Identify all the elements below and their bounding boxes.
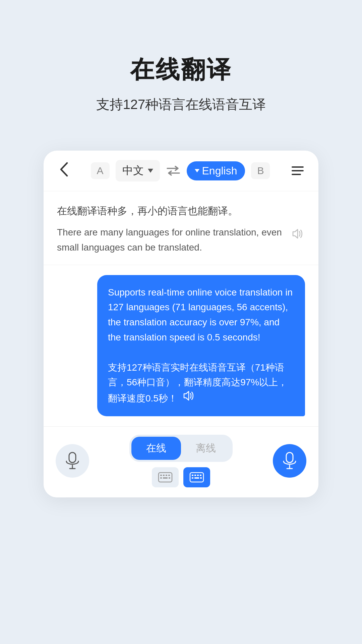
keyboard-gray-button[interactable]	[152, 467, 179, 487]
mode-toggle: 在线 离线	[129, 435, 233, 462]
svg-rect-7	[168, 475, 170, 476]
svg-rect-14	[197, 475, 199, 476]
menu-icon	[292, 170, 304, 171]
page-subtitle: 支持127种语言在线语音互译	[96, 95, 266, 114]
keyboard-blue-button[interactable]	[183, 467, 210, 487]
bottom-bar: 在线 离线	[44, 426, 318, 497]
svg-rect-12	[192, 475, 193, 476]
volume-icon[interactable]	[290, 226, 305, 241]
svg-rect-8	[160, 477, 162, 479]
source-language-selector[interactable]: 中文	[116, 160, 160, 181]
header-section: 在线翻译 支持127种语言在线语音互译	[0, 0, 362, 141]
language-section: A 中文 English B	[78, 160, 282, 181]
bubble-english-text: Supports real-time online voice translat…	[108, 287, 293, 342]
center-controls: 在线 离线	[129, 435, 233, 487]
svg-rect-4	[160, 475, 162, 476]
svg-rect-5	[163, 475, 165, 476]
source-text: 在线翻译语种多，再小的语言也能翻译。	[57, 203, 305, 218]
translated-row: There are many languages for online tran…	[57, 225, 305, 255]
svg-rect-19	[286, 452, 293, 463]
swap-languages-button[interactable]	[166, 165, 181, 176]
svg-rect-9	[163, 477, 168, 479]
svg-rect-13	[194, 475, 196, 476]
translated-text: There are many languages for online tran…	[57, 225, 285, 255]
target-language-selector[interactable]: English	[187, 161, 245, 180]
back-button[interactable]	[56, 160, 72, 181]
offline-mode-button[interactable]: 离线	[181, 437, 231, 460]
keyboard-area	[152, 467, 210, 487]
svg-rect-17	[194, 477, 199, 479]
translation-panel: 在线翻译语种多，再小的语言也能翻译。 There are many langua…	[44, 191, 318, 265]
left-mic-button[interactable]	[56, 444, 89, 478]
right-mic-button[interactable]	[273, 444, 306, 478]
menu-icon	[292, 166, 304, 168]
bubble-chinese-text: 支持127种语言实时在线语音互译（71种语言，56种口音），翻译精度高达97%以…	[108, 362, 287, 404]
label-a: A	[91, 162, 110, 179]
svg-rect-6	[166, 475, 167, 476]
app-card: A 中文 English B 在线翻译语种多，	[44, 151, 318, 497]
svg-rect-15	[200, 475, 201, 476]
page-title: 在线翻译	[130, 54, 232, 86]
menu-button[interactable]	[289, 164, 306, 178]
chevron-down-icon	[148, 169, 153, 173]
menu-icon	[292, 174, 301, 175]
svg-rect-10	[169, 477, 170, 479]
chat-area: Supports real-time online voice translat…	[44, 265, 318, 426]
online-mode-button[interactable]: 在线	[131, 437, 181, 460]
chat-bubble: Supports real-time online voice translat…	[97, 275, 305, 416]
chevron-down-icon	[195, 169, 199, 172]
volume-white-icon[interactable]	[183, 390, 195, 401]
svg-rect-0	[69, 452, 76, 463]
label-b: B	[251, 162, 270, 179]
svg-rect-18	[200, 477, 202, 479]
svg-rect-16	[192, 477, 193, 479]
top-bar: A 中文 English B	[44, 151, 318, 191]
